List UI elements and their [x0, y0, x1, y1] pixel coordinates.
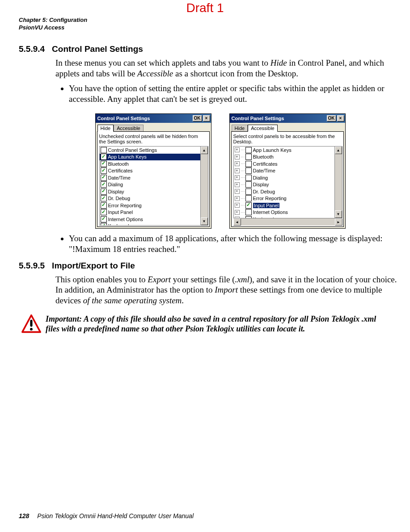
tree-item[interactable]: ⋯Dialing — [234, 174, 334, 181]
section-title: Control Panel Settings — [52, 44, 143, 54]
checkbox-checked-icon[interactable] — [101, 195, 107, 201]
close-button[interactable]: × — [337, 115, 344, 121]
tree-connector-icon: ⋯ — [241, 217, 244, 218]
tree-item[interactable]: ⋯Bluetooth — [234, 154, 334, 161]
list-item-label: Internet Options — [108, 217, 143, 222]
checkbox-checked-icon[interactable] — [101, 154, 107, 160]
tree-item[interactable]: ⋯Keyboard — [234, 216, 334, 218]
tree-item[interactable]: ⋯Error Reporting — [234, 195, 334, 202]
scroll-up-icon[interactable]: ▲ — [201, 147, 208, 154]
ok-button[interactable]: OK — [327, 115, 336, 121]
section-number: 5.5.9.4 — [19, 44, 45, 54]
titlebar: Control Panel Settings OK × — [230, 114, 345, 123]
checkbox-checked-icon[interactable] — [101, 189, 107, 195]
tab-hide[interactable]: Hide — [97, 125, 114, 132]
tree-item[interactable]: ⋯Certificates — [234, 160, 334, 168]
expand-icon[interactable] — [235, 175, 240, 180]
checkbox-unchecked-icon[interactable] — [245, 209, 252, 215]
scroll-left-icon[interactable]: ◄ — [233, 218, 241, 226]
hint-text: Unchecked control panels will be hidden … — [99, 134, 208, 145]
checkbox-unchecked-icon[interactable] — [245, 195, 252, 201]
close-button[interactable]: × — [203, 115, 210, 121]
vertical-scrollbar[interactable]: ▲ ▼ — [200, 147, 208, 225]
tab-hide[interactable]: Hide — [232, 125, 248, 132]
manual-title: Psion Teklogix Omnii Hand-Held Computer … — [37, 512, 194, 519]
horizontal-scrollbar[interactable]: ◄ ► — [233, 218, 342, 226]
applet-list[interactable]: Control Panel SettingsApp Launch KeysBlu… — [99, 146, 208, 226]
list-item-label: Date/Time — [108, 175, 131, 180]
expand-icon[interactable] — [235, 155, 240, 159]
tab-accessible[interactable]: Accessible — [114, 125, 144, 132]
checkbox-unchecked-icon[interactable] — [101, 147, 107, 153]
list-item[interactable]: Display — [100, 188, 200, 195]
section-heading-1: 5.5.9.4 Control Panel Settings — [19, 44, 404, 54]
checkbox-checked-icon[interactable] — [101, 161, 107, 167]
expand-icon[interactable] — [235, 182, 240, 187]
list-item[interactable]: App Launch Keys — [100, 154, 200, 161]
expand-icon[interactable] — [235, 147, 240, 152]
expand-icon[interactable] — [235, 217, 240, 218]
list-item-label: Keyboard — [108, 223, 129, 225]
list-item[interactable]: Date/Time — [100, 174, 200, 181]
checkbox-unchecked-icon[interactable] — [245, 147, 252, 153]
checkbox-checked-icon[interactable] — [101, 175, 107, 181]
expand-icon[interactable] — [235, 196, 240, 201]
tree-connector-icon: ⋯ — [241, 189, 244, 194]
tree-connector-icon: ⋯ — [241, 161, 244, 166]
tree-item[interactable]: ⋯App Launch Keys — [234, 147, 334, 154]
list-item[interactable]: Dr. Debug — [100, 195, 200, 202]
checkbox-checked-icon[interactable] — [101, 202, 107, 209]
applet-tree[interactable]: ⋯App Launch Keys⋯Bluetooth⋯Certificates⋯… — [233, 146, 342, 218]
running-header: Chapter 5: Configuration PsionVU Access — [19, 17, 404, 32]
tab-accessible[interactable]: Accessible — [248, 125, 278, 132]
checkbox-checked-icon[interactable] — [101, 216, 107, 222]
expand-icon[interactable] — [235, 203, 240, 208]
tree-item[interactable]: ⋯Internet Options — [234, 209, 334, 216]
list-item[interactable]: Bluetooth — [100, 160, 200, 168]
checkbox-checked-icon[interactable] — [101, 223, 107, 225]
scroll-down-icon[interactable]: ▼ — [201, 218, 208, 225]
list-item[interactable]: Internet Options — [100, 216, 200, 223]
checkbox-unchecked-icon[interactable] — [245, 216, 252, 218]
draft-watermark: Draft 1 — [0, 1, 410, 15]
checkbox-checked-icon[interactable] — [101, 209, 107, 215]
ok-button[interactable]: OK — [193, 115, 202, 121]
tree-item-label: Internet Options — [253, 209, 288, 215]
list-item-label: Bluetooth — [108, 161, 129, 167]
checkbox-unchecked-icon[interactable] — [245, 189, 252, 195]
expand-icon[interactable] — [235, 168, 240, 173]
list-item[interactable]: Error Reporting — [100, 202, 200, 209]
vertical-scrollbar[interactable]: ▲ ▼ — [334, 147, 342, 218]
list-item[interactable]: Keyboard — [100, 223, 200, 226]
list-item[interactable]: Dialing — [100, 181, 200, 189]
checkbox-unchecked-icon[interactable] — [245, 168, 252, 174]
checkbox-unchecked-icon[interactable] — [245, 154, 252, 160]
list-item[interactable]: Control Panel Settings — [100, 147, 200, 154]
scroll-right-icon[interactable]: ► — [335, 218, 342, 226]
tree-item[interactable]: ⋯Dr. Debug — [234, 188, 334, 195]
important-body: A copy of this file should also be saved… — [46, 314, 376, 334]
checkbox-checked-icon[interactable] — [101, 181, 107, 188]
tree-item[interactable]: ⋯Input Panel — [234, 202, 334, 209]
list-item[interactable]: Certificates — [100, 168, 200, 175]
tree-connector-icon: ⋯ — [241, 147, 244, 152]
expand-icon[interactable] — [235, 210, 240, 215]
control-panel-settings-hide-window: Control Panel Settings OK × Hide Accessi… — [95, 113, 211, 229]
hint-text: Select control panels to be accessible f… — [233, 134, 342, 145]
tree-connector-icon: ⋯ — [241, 175, 244, 180]
checkbox-checked-icon[interactable] — [101, 168, 107, 174]
scroll-up-icon[interactable]: ▲ — [335, 147, 342, 154]
expand-icon[interactable] — [235, 161, 240, 166]
scroll-down-icon[interactable]: ▼ — [335, 210, 342, 218]
tree-connector-icon: ⋯ — [241, 210, 244, 215]
tree-item[interactable]: ⋯Date/Time — [234, 168, 334, 175]
checkbox-unchecked-icon[interactable] — [245, 181, 252, 188]
list-item-label: Dialing — [108, 182, 123, 187]
expand-icon[interactable] — [235, 189, 240, 194]
list-item[interactable]: Input Panel — [100, 209, 200, 216]
tree-item[interactable]: ⋯Display — [234, 181, 334, 189]
list-item-label: App Launch Keys — [108, 154, 147, 159]
checkbox-unchecked-icon[interactable] — [245, 175, 252, 181]
checkbox-unchecked-icon[interactable] — [245, 161, 252, 167]
checkbox-checked-icon[interactable] — [245, 202, 252, 209]
